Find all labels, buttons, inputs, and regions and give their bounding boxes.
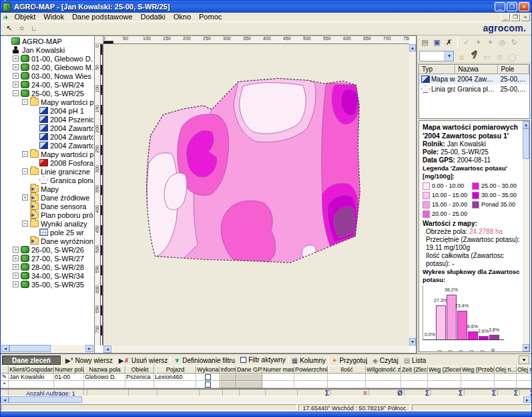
cell-inform[interactable] — [220, 374, 236, 381]
cell-obiekt[interactable]: Pszenica — [125, 374, 154, 381]
target-icon[interactable]: ◎ — [497, 37, 508, 47]
cell-nazwa-pola[interactable] — [84, 381, 125, 388]
scroll-down-icon[interactable]: ▼ — [523, 344, 529, 352]
column-header-weg-zlecenie[interactable]: Weg (Zlecenie) — [428, 366, 461, 374]
cell-numer-maszyny[interactable] — [262, 374, 294, 381]
column-header-nazwa[interactable]: Nazwa — [455, 65, 498, 74]
cell-powierzchnia[interactable] — [294, 381, 328, 388]
tree-item-01-00-glebowo-d[interactable]: +01-00, Glebowo D. — [1, 54, 93, 63]
cell-dane-gps[interactable] — [236, 381, 262, 388]
scroll-up-icon[interactable]: ▲ — [409, 44, 416, 51]
column-header-wilgotność-ziarna[interactable]: Wilgotność ziarna — [366, 366, 401, 374]
scroll-right-icon[interactable]: ► — [85, 345, 93, 352]
cell-wilgotność-ziarna[interactable] — [366, 374, 401, 381]
columns-button[interactable]: ▦Kolumny — [289, 356, 328, 366]
tree-item-granica-plonu-2004[interactable]: Granica plonu 2004 — [1, 176, 93, 184]
map-vertical-scrollbar[interactable]: ▲ ▼ — [409, 44, 416, 345]
cell-weg-przebieg[interactable] — [461, 374, 495, 381]
collapse-icon[interactable]: − — [22, 151, 28, 157]
list-button[interactable]: ▤Lista — [401, 356, 429, 366]
globe2-icon[interactable]: ◎ — [493, 51, 506, 63]
layer-row[interactable]: Linia grani...Granica plon...25-00, S-W.… — [419, 84, 529, 94]
column-header-nazwa-pola[interactable]: Nazwa pola — [84, 366, 125, 374]
tree-item-27-00-s-wr-27[interactable]: +27-00, S-WR/27 — [1, 254, 93, 263]
layer-combobox[interactable]: ▼ — [419, 51, 454, 61]
new-row-button[interactable]: ▶*Nowy wiersz — [63, 356, 115, 366]
tree-item-mapy[interactable]: Mapy — [1, 184, 93, 193]
column-header-typ[interactable]: Typ — [419, 65, 455, 74]
column-header-powierzchnia[interactable]: Powierzchnia — [294, 366, 328, 374]
checkbox-icon[interactable] — [205, 374, 211, 380]
table-horizontal-scrollbar[interactable]: ◄ ► — [1, 396, 531, 403]
expand-icon[interactable]: + — [13, 247, 19, 253]
layer-row[interactable]: Mapa wart...2004 Zawart...25-00, S-W... — [419, 74, 529, 84]
cell-nazwa-pola[interactable]: Glebowo D. — [84, 374, 125, 381]
cell-ilość[interactable] — [328, 381, 366, 388]
scroll-thumb[interactable] — [9, 396, 82, 403]
box-icon[interactable]: ▭ — [481, 51, 493, 63]
scroll-thumb[interactable] — [523, 128, 529, 159]
column-header-ilość[interactable]: Ilość — [328, 366, 366, 374]
expand-icon[interactable]: + — [13, 82, 19, 88]
rotate-icon[interactable]: ↺ — [3, 1, 15, 13]
tree-item-2004-pszenica-ozima-1[interactable]: 2004 Pszenica ozima 1 — [1, 115, 93, 124]
close-button[interactable]: × — [519, 2, 529, 11]
delete-row-button[interactable]: ▶✗Usuń wiersz — [116, 356, 171, 366]
tree-item-dane-źródłowe[interactable]: +Dane źródłowe — [1, 193, 93, 202]
tree-item-02-00-glebowo-m[interactable]: +02-00, Glebowo M. — [1, 63, 93, 72]
cell-obiekt[interactable] — [125, 381, 154, 388]
collapse-icon[interactable]: − — [22, 99, 28, 105]
expand-icon[interactable]: + — [13, 264, 19, 270]
tree-item-35-00-s-wr-35[interactable]: +35-00, S-WR/35 — [1, 280, 93, 289]
scroll-left-icon[interactable]: ◄ — [103, 345, 111, 353]
tree-item-plan-poboru-prób[interactable]: Plan poboru prób — [1, 211, 93, 219]
chevron-down-icon[interactable]: ▼ — [445, 51, 453, 61]
tree-item-mapy-wartości-pomiarowych[interactable]: −Mapy wartości pomiarowych — [1, 98, 93, 106]
map-horizontal-scrollbar[interactable]: ◄ — [103, 345, 409, 353]
star-icon[interactable]: ✦ — [473, 37, 484, 47]
define-filter-button[interactable]: ▼Definiowanie filtru — [171, 356, 238, 366]
check-icon[interactable]: ✓ — [461, 37, 472, 47]
folder-out-icon[interactable]: ⌂ — [455, 51, 468, 63]
tree-item-dane-wyróżnionych-miejsc-pól[interactable]: Dane wyróżnionych miejsc pól — [1, 237, 93, 245]
cell-klient-gospodarstwo[interactable] — [9, 381, 54, 388]
tree-item-dane-sensora[interactable]: Dane sensora — [1, 202, 93, 211]
expand-icon[interactable]: + — [13, 73, 19, 79]
column-header-olej-n[interactable]: Olej n... — [495, 366, 517, 374]
cell-numer-pola[interactable]: 01-00 — [54, 374, 84, 381]
minimize-button[interactable]: _ — [495, 2, 505, 11]
cell-dane-gps[interactable] — [236, 374, 262, 381]
table-row-new[interactable]: * — [1, 381, 531, 388]
cell-wilgotność-ziarna[interactable] — [366, 381, 401, 388]
column-header-numer-maszyny[interactable]: Numer maszyny — [262, 366, 294, 374]
refresh-icon[interactable]: ↻ — [509, 37, 520, 47]
cell-weg-zlecenie[interactable] — [428, 381, 461, 388]
new-document-icon[interactable]: ▤ — [419, 37, 431, 47]
cell-pojazd[interactable] — [154, 381, 196, 388]
checkbox-icon[interactable] — [205, 382, 211, 388]
column-header-zeit-zlecenie[interactable]: Zeit (Zlecenie) — [401, 366, 428, 374]
tree-item-03-00-nowa-wies[interactable]: +03-00, Nowa Wies — [1, 72, 93, 80]
menu-dodatki[interactable]: Dodatki — [136, 13, 169, 21]
tree-item-25-00-s-wr-25[interactable]: −25-00, S-WR/25 — [1, 89, 93, 98]
scroll-up-icon[interactable]: ▲ — [523, 121, 529, 128]
expand-icon[interactable]: + — [13, 255, 19, 261]
column-header-weg-przebieg[interactable]: Weg (Przebieg) — [461, 366, 495, 374]
cell-olej-nap[interactable] — [517, 374, 531, 381]
burst-icon[interactable]: ✶ — [485, 37, 496, 47]
tab-dane-zlecen[interactable]: Dane zleceń — [2, 356, 61, 365]
tree-item-26-00-s-wr-26[interactable]: +26-00, S-WR/26 — [1, 245, 93, 254]
scroll-down-icon[interactable]: ▼ — [409, 338, 416, 345]
cell-pojazd[interactable]: Lexion460 — [154, 374, 196, 381]
cell-olej-n[interactable] — [495, 374, 517, 381]
filter-active-checkbox[interactable]: Filtr aktywny — [238, 355, 288, 365]
column-header-klient-gospodarstwo[interactable]: Klient/Gospodarstwo — [9, 366, 54, 374]
prepare-button[interactable]: ✦Przygotuj — [329, 356, 370, 366]
cell-zeit-zlecenie[interactable] — [401, 381, 428, 388]
column-header-inform[interactable]: Inform. — [220, 366, 236, 374]
scroll-left-icon[interactable]: ◄ — [1, 396, 9, 403]
cell-numer-maszyny[interactable] — [262, 381, 294, 388]
hammer-icon[interactable] — [468, 49, 481, 60]
info-vertical-scrollbar[interactable]: ▲ ▼ — [523, 121, 529, 352]
column-header-pojazd[interactable]: Pojazd — [154, 366, 196, 374]
